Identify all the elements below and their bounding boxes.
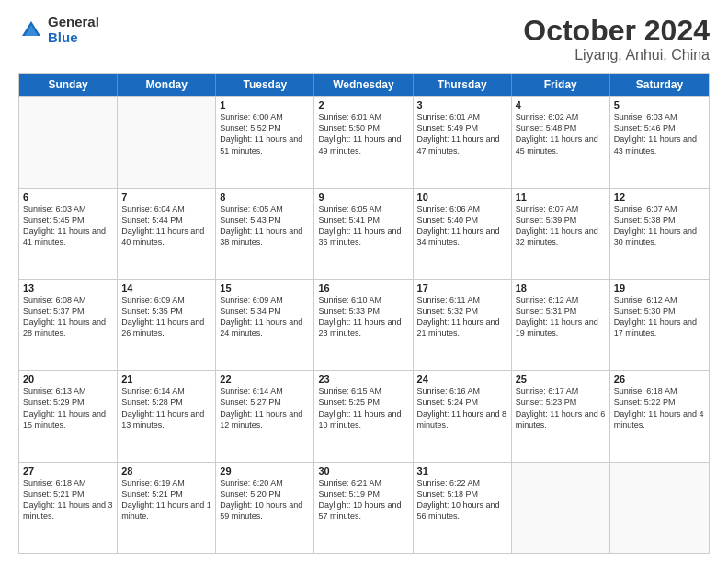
day-info: Sunrise: 6:14 AM Sunset: 5:27 PM Dayligh… (220, 385, 310, 431)
calendar-cell: 28Sunrise: 6:19 AM Sunset: 5:21 PM Dayli… (118, 463, 216, 553)
month-title: October 2024 (523, 15, 710, 47)
day-info: Sunrise: 6:22 AM Sunset: 5:18 PM Dayligh… (417, 477, 507, 523)
day-number: 25 (516, 373, 606, 385)
day-number: 10 (417, 191, 507, 202)
day-number: 21 (121, 373, 211, 385)
day-info: Sunrise: 6:17 AM Sunset: 5:23 PM Dayligh… (516, 385, 606, 431)
day-info: Sunrise: 6:01 AM Sunset: 5:49 PM Dayligh… (417, 111, 507, 156)
day-number: 27 (23, 465, 113, 477)
location-title: Liyang, Anhui, China (523, 47, 710, 63)
calendar-body: 1Sunrise: 6:00 AM Sunset: 5:52 PM Daylig… (19, 96, 709, 553)
day-number: 2 (318, 99, 408, 110)
calendar-row-4: 20Sunrise: 6:13 AM Sunset: 5:29 PM Dayli… (19, 370, 709, 461)
calendar-cell (19, 97, 118, 187)
day-info: Sunrise: 6:19 AM Sunset: 5:21 PM Dayligh… (121, 477, 211, 523)
day-info: Sunrise: 6:12 AM Sunset: 5:30 PM Dayligh… (614, 294, 705, 339)
calendar-cell: 25Sunrise: 6:17 AM Sunset: 5:23 PM Dayli… (512, 371, 610, 461)
calendar-cell: 12Sunrise: 6:07 AM Sunset: 5:38 PM Dayli… (610, 189, 709, 279)
calendar-cell: 14Sunrise: 6:09 AM Sunset: 5:35 PM Dayli… (118, 280, 216, 370)
calendar-cell: 18Sunrise: 6:12 AM Sunset: 5:31 PM Dayli… (512, 280, 610, 370)
weekday-header-wednesday: Wednesday (314, 74, 413, 96)
calendar-cell: 29Sunrise: 6:20 AM Sunset: 5:20 PM Dayli… (216, 463, 314, 553)
day-info: Sunrise: 6:02 AM Sunset: 5:48 PM Dayligh… (516, 111, 606, 156)
logo-blue-text: Blue (48, 30, 99, 46)
calendar-cell: 26Sunrise: 6:18 AM Sunset: 5:22 PM Dayli… (610, 371, 709, 461)
day-info: Sunrise: 6:13 AM Sunset: 5:29 PM Dayligh… (23, 385, 113, 431)
day-info: Sunrise: 6:05 AM Sunset: 5:41 PM Dayligh… (318, 203, 408, 248)
calendar-cell: 16Sunrise: 6:10 AM Sunset: 5:33 PM Dayli… (314, 280, 413, 370)
day-info: Sunrise: 6:18 AM Sunset: 5:21 PM Dayligh… (23, 477, 113, 523)
day-number: 23 (318, 373, 408, 385)
calendar-cell: 31Sunrise: 6:22 AM Sunset: 5:18 PM Dayli… (414, 463, 512, 553)
calendar-row-5: 27Sunrise: 6:18 AM Sunset: 5:21 PM Dayli… (19, 462, 709, 553)
day-number: 14 (121, 282, 211, 293)
day-number: 26 (614, 373, 705, 385)
calendar-row-2: 6Sunrise: 6:03 AM Sunset: 5:45 PM Daylig… (19, 188, 709, 279)
day-info: Sunrise: 6:14 AM Sunset: 5:28 PM Dayligh… (121, 385, 211, 431)
calendar-cell: 17Sunrise: 6:11 AM Sunset: 5:32 PM Dayli… (414, 280, 512, 370)
weekday-header-monday: Monday (118, 74, 216, 96)
weekday-header-thursday: Thursday (414, 74, 512, 96)
day-number: 1 (220, 99, 310, 110)
day-info: Sunrise: 6:00 AM Sunset: 5:52 PM Dayligh… (220, 111, 310, 156)
day-number: 8 (220, 191, 310, 202)
day-info: Sunrise: 6:03 AM Sunset: 5:45 PM Dayligh… (23, 203, 113, 248)
day-number: 24 (417, 373, 507, 385)
calendar-cell: 13Sunrise: 6:08 AM Sunset: 5:37 PM Dayli… (19, 280, 118, 370)
day-number: 16 (318, 282, 408, 293)
calendar-cell: 3Sunrise: 6:01 AM Sunset: 5:49 PM Daylig… (414, 97, 512, 187)
day-info: Sunrise: 6:08 AM Sunset: 5:37 PM Dayligh… (23, 294, 113, 339)
day-number: 30 (318, 465, 408, 477)
day-number: 13 (23, 282, 113, 293)
calendar-cell: 2Sunrise: 6:01 AM Sunset: 5:50 PM Daylig… (314, 97, 413, 187)
day-info: Sunrise: 6:01 AM Sunset: 5:50 PM Dayligh… (318, 111, 408, 156)
day-info: Sunrise: 6:10 AM Sunset: 5:33 PM Dayligh… (318, 294, 408, 339)
calendar-cell: 7Sunrise: 6:04 AM Sunset: 5:44 PM Daylig… (118, 189, 216, 279)
day-number: 6 (23, 191, 113, 202)
calendar-cell: 11Sunrise: 6:07 AM Sunset: 5:39 PM Dayli… (512, 189, 610, 279)
calendar-cell (512, 463, 610, 553)
day-info: Sunrise: 6:11 AM Sunset: 5:32 PM Dayligh… (417, 294, 507, 339)
calendar-cell: 10Sunrise: 6:06 AM Sunset: 5:40 PM Dayli… (414, 189, 512, 279)
title-section: October 2024 Liyang, Anhui, China (523, 15, 710, 63)
day-info: Sunrise: 6:06 AM Sunset: 5:40 PM Dayligh… (417, 203, 507, 248)
calendar-row-3: 13Sunrise: 6:08 AM Sunset: 5:37 PM Dayli… (19, 279, 709, 370)
calendar-cell: 27Sunrise: 6:18 AM Sunset: 5:21 PM Dayli… (19, 463, 118, 553)
weekday-header-sunday: Sunday (19, 74, 118, 96)
day-info: Sunrise: 6:12 AM Sunset: 5:31 PM Dayligh… (516, 294, 606, 339)
day-info: Sunrise: 6:03 AM Sunset: 5:46 PM Dayligh… (614, 111, 705, 156)
calendar-cell (118, 97, 216, 187)
day-number: 3 (417, 99, 507, 110)
calendar-header: SundayMondayTuesdayWednesdayThursdayFrid… (19, 74, 709, 96)
calendar-cell: 1Sunrise: 6:00 AM Sunset: 5:52 PM Daylig… (216, 97, 314, 187)
day-number: 18 (516, 282, 606, 293)
calendar-cell: 22Sunrise: 6:14 AM Sunset: 5:27 PM Dayli… (216, 371, 314, 461)
logo: General Blue (18, 15, 99, 45)
day-number: 11 (516, 191, 606, 202)
day-number: 20 (23, 373, 113, 385)
day-number: 15 (220, 282, 310, 293)
calendar-cell: 5Sunrise: 6:03 AM Sunset: 5:46 PM Daylig… (610, 97, 709, 187)
calendar-cell: 30Sunrise: 6:21 AM Sunset: 5:19 PM Dayli… (314, 463, 413, 553)
calendar-row-1: 1Sunrise: 6:00 AM Sunset: 5:52 PM Daylig… (19, 96, 709, 187)
calendar-cell: 19Sunrise: 6:12 AM Sunset: 5:30 PM Dayli… (610, 280, 709, 370)
day-info: Sunrise: 6:16 AM Sunset: 5:24 PM Dayligh… (417, 385, 507, 431)
day-info: Sunrise: 6:04 AM Sunset: 5:44 PM Dayligh… (121, 203, 211, 248)
day-number: 28 (121, 465, 211, 477)
calendar-cell: 23Sunrise: 6:15 AM Sunset: 5:25 PM Dayli… (314, 371, 413, 461)
calendar-cell (610, 463, 709, 553)
calendar-cell: 24Sunrise: 6:16 AM Sunset: 5:24 PM Dayli… (414, 371, 512, 461)
weekday-header-friday: Friday (512, 74, 610, 96)
day-number: 29 (220, 465, 310, 477)
day-info: Sunrise: 6:18 AM Sunset: 5:22 PM Dayligh… (614, 385, 705, 431)
day-number: 12 (614, 191, 705, 202)
day-info: Sunrise: 6:15 AM Sunset: 5:25 PM Dayligh… (318, 385, 408, 431)
day-number: 17 (417, 282, 507, 293)
day-number: 7 (121, 191, 211, 202)
day-info: Sunrise: 6:21 AM Sunset: 5:19 PM Dayligh… (318, 477, 408, 523)
calendar-cell: 21Sunrise: 6:14 AM Sunset: 5:28 PM Dayli… (118, 371, 216, 461)
day-number: 5 (614, 99, 705, 110)
calendar-cell: 9Sunrise: 6:05 AM Sunset: 5:41 PM Daylig… (314, 189, 413, 279)
calendar-cell: 4Sunrise: 6:02 AM Sunset: 5:48 PM Daylig… (512, 97, 610, 187)
weekday-header-tuesday: Tuesday (216, 74, 314, 96)
